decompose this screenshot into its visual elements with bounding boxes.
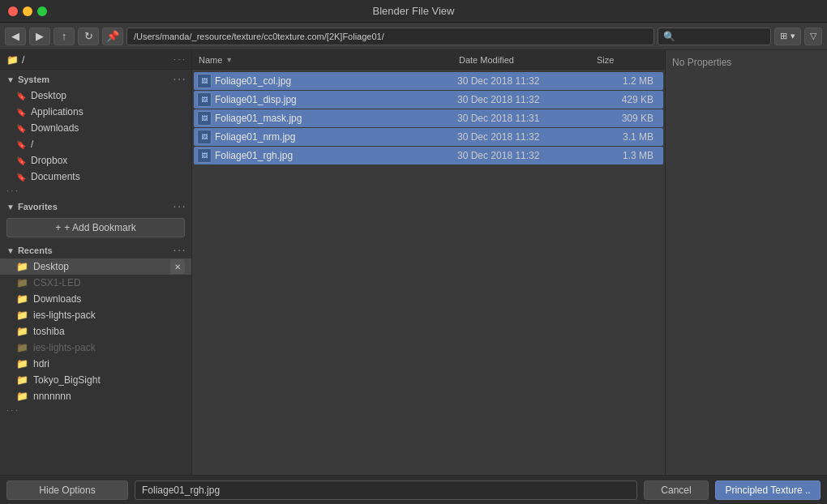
back-button[interactable]: ◀ (5, 28, 26, 45)
file-name: Foliage01_nrm.jpg (215, 131, 457, 143)
refresh-button[interactable]: ↻ (78, 28, 99, 45)
filename-input[interactable] (135, 481, 637, 500)
sidebar-item-applications[interactable]: 🔖 Applications (0, 104, 191, 120)
recent-item-tokyo[interactable]: 📁 Tokyo_BigSight (0, 372, 191, 388)
hide-options-button[interactable]: Hide Options (6, 481, 128, 500)
plus-icon: + (55, 222, 61, 233)
properties-label: No Properties (672, 57, 731, 68)
bookmark-icon: 📌 (106, 30, 119, 42)
file-row[interactable]: 🖼 Foliage01_mask.jpg 30 Dec 2018 11:31 3… (194, 109, 663, 127)
search-icon: 🔍 (663, 31, 675, 42)
file-row[interactable]: 🖼 Foliage01_disp.jpg 30 Dec 2018 11:32 4… (194, 91, 663, 109)
sidebar-item-label: Desktop (31, 90, 66, 101)
file-list-header: Name ▼ Date Modified Size (192, 50, 665, 70)
file-row[interactable]: 🖼 Foliage01_col.jpg 30 Dec 2018 11:32 1.… (194, 72, 663, 90)
maximize-button[interactable] (37, 6, 47, 16)
file-area: Name ▼ Date Modified Size 🖼 Foliage01_co… (192, 50, 665, 475)
folder-icon-toshiba: 📁 (16, 326, 28, 337)
favorites-section-header[interactable]: ▼ Favorites · · · (0, 199, 191, 215)
sidebar-item-label: Applications (31, 106, 84, 117)
add-bookmark-label: + Add Bookmark (64, 222, 135, 233)
add-bookmark-button[interactable]: + + Add Bookmark (6, 218, 185, 237)
folder-icon-tokyo: 📁 (16, 374, 28, 386)
file-date: 30 Dec 2018 11:31 (457, 113, 595, 124)
forward-icon: ▶ (36, 30, 44, 42)
recent-item-nnn[interactable]: 📁 nnnnnnn (0, 388, 191, 404)
recent-item-label: Desktop (33, 261, 69, 272)
file-row[interactable]: 🖼 Foliage01_rgh.jpg 30 Dec 2018 11:32 1.… (194, 147, 663, 164)
recent-item-label: Tokyo_BigSight (33, 374, 101, 386)
recent-item-ies1[interactable]: 📁 ies-lights-pack (0, 307, 191, 323)
recent-item-label: ies-lights-pack (33, 310, 96, 321)
favorites-collapse-arrow-icon: ▼ (6, 203, 15, 211)
recent-item-label: Downloads (33, 293, 81, 305)
cancel-button[interactable]: Cancel (644, 481, 709, 500)
sidebar: 📁 / · · · ▼ System · · · 🔖 Desktop 🔖 App… (0, 50, 192, 475)
forward-button[interactable]: ▶ (29, 28, 50, 45)
recent-item-toshiba[interactable]: 📁 toshiba (0, 323, 191, 340)
titlebar: Blender File View (0, 0, 827, 23)
file-size: 429 KB (595, 94, 660, 105)
file-thumbnail-icon: 🖼 (197, 148, 212, 163)
minimize-button[interactable] (23, 6, 32, 16)
file-name: Foliage01_disp.jpg (215, 94, 457, 105)
file-row[interactable]: 🖼 Foliage01_nrm.jpg 30 Dec 2018 11:32 3.… (194, 128, 663, 146)
sidebar-item-downloads[interactable]: 🔖 Downloads (0, 120, 191, 136)
hide-options-label: Hide Options (39, 485, 95, 496)
recent-item-desktop[interactable]: 📁 Desktop ✕ (0, 258, 191, 275)
recents-section-header[interactable]: ▼ Recents · · · (0, 242, 191, 258)
cancel-label: Cancel (661, 485, 691, 496)
recent-item-ies2[interactable]: 📁 ies-lights-pack (0, 340, 191, 356)
search-box[interactable]: 🔍 (658, 28, 771, 45)
view-mode-dropdown[interactable]: ⊞ ▾ (774, 28, 801, 45)
favorites-section-label: Favorites (18, 202, 58, 211)
recent-item-hdri[interactable]: 📁 hdri (0, 356, 191, 372)
column-date-header[interactable]: Date Modified (459, 55, 597, 65)
path-bar[interactable]: /Users/manda/_resource/texture/cc0textur… (126, 28, 654, 45)
bookmark-toggle-button[interactable]: 📌 (102, 28, 123, 45)
recents-section-label: Recents (18, 246, 53, 255)
close-button[interactable] (8, 6, 18, 16)
sidebar-item-label: Downloads (31, 122, 79, 134)
favorites-section-more-icon: · · · (174, 203, 185, 211)
accept-label: Principled Texture .. (725, 485, 810, 496)
sidebar-item-label: Documents (31, 171, 80, 182)
recent-item-csx1[interactable]: 📁 CSX1-LED (0, 275, 191, 291)
recents-collapse-arrow-icon: ▼ (6, 246, 15, 255)
file-size: 1.3 MB (595, 150, 660, 161)
file-name: Foliage01_rgh.jpg (215, 150, 457, 161)
sidebar-item-documents[interactable]: 🔖 Documents (0, 169, 191, 185)
system-section-more-icon: · · · (174, 75, 185, 84)
column-name-header[interactable]: Name ▼ (195, 55, 459, 65)
grid-icon: ⊞ (780, 31, 787, 41)
sidebar-item-desktop[interactable]: 🔖 Desktop (0, 88, 191, 104)
bookmark-icon-applications: 🔖 (16, 108, 26, 117)
file-date: 30 Dec 2018 11:32 (457, 94, 595, 105)
folder-icon-nnn: 📁 (16, 391, 28, 402)
bookmark-icon-dropbox: 🔖 (16, 156, 26, 165)
bottom-bar: Hide Options Cancel Principled Texture .… (0, 475, 827, 504)
recent-item-downloads[interactable]: 📁 Downloads (0, 291, 191, 307)
parent-dir-button[interactable]: ↑ (54, 28, 75, 45)
bookmark-icon-root: 🔖 (16, 140, 26, 149)
close-recent-button[interactable]: ✕ (170, 259, 185, 274)
sidebar-item-dropbox[interactable]: 🔖 Dropbox (0, 152, 191, 169)
column-size-header[interactable]: Size (597, 55, 662, 65)
file-size: 1.2 MB (595, 75, 660, 87)
file-thumbnail-icon: 🖼 (197, 111, 212, 126)
accept-button[interactable]: Principled Texture .. (715, 481, 821, 500)
file-thumbnail-icon: 🖼 (197, 92, 212, 107)
breadcrumb[interactable]: 📁 / · · · (0, 50, 191, 70)
recent-item-label: toshiba (33, 326, 65, 337)
recents-overflow-dots: · · · (0, 404, 191, 416)
filter-dropdown[interactable]: ▽ (804, 28, 822, 45)
file-list: 🖼 Foliage01_col.jpg 30 Dec 2018 11:32 1.… (192, 70, 665, 475)
file-name: Foliage01_col.jpg (215, 75, 457, 87)
properties-panel: No Properties (665, 50, 827, 475)
col-name-label: Name (199, 55, 222, 65)
path-text: /Users/manda/_resource/texture/cc0textur… (134, 32, 384, 41)
folder-icon-csx1: 📁 (16, 277, 28, 288)
system-section-header[interactable]: ▼ System · · · (0, 71, 191, 88)
sidebar-item-root[interactable]: 🔖 / (0, 136, 191, 152)
close-icon: ✕ (174, 263, 181, 271)
